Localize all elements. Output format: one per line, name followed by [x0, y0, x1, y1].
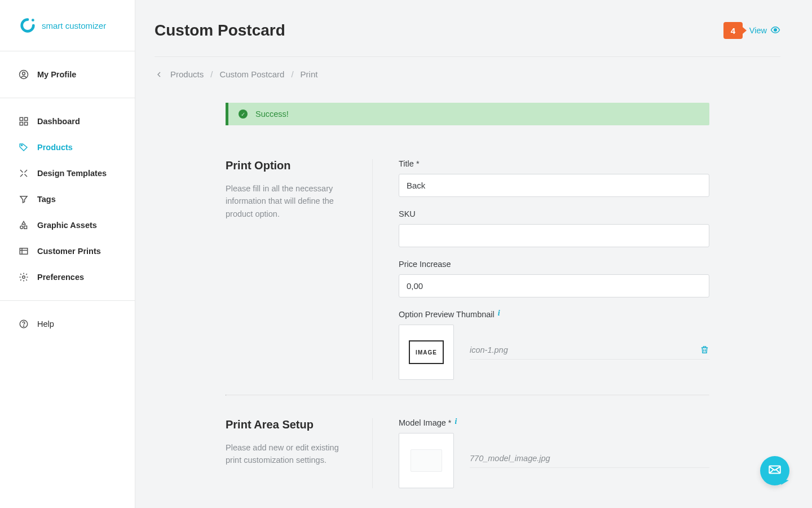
breadcrumb-separator: / [291, 69, 293, 79]
sidebar-item-label: Preferences [37, 273, 84, 282]
model-image-preview[interactable] [399, 433, 454, 488]
alert-success: ✓ Success! [226, 103, 709, 125]
sidebar-item-label: Tags [37, 195, 56, 204]
section-heading: Print Option [226, 159, 345, 172]
label-price: Price Increase [399, 260, 709, 269]
sidebar-item-products[interactable]: Products [0, 134, 135, 160]
brand-logo[interactable]: smart customizer [0, 0, 135, 51]
topbar: Custom Postcard 4 View [155, 21, 780, 40]
svg-point-0 [32, 19, 34, 21]
page-title: Custom Postcard [155, 21, 285, 40]
svg-point-14 [774, 28, 777, 31]
svg-rect-3 [20, 117, 23, 120]
title-input[interactable] [399, 174, 709, 197]
delete-thumbnail-button[interactable] [700, 345, 709, 354]
thumbnail-preview[interactable]: IMAGE [399, 325, 454, 380]
sidebar-item-tags[interactable]: Tags [0, 186, 135, 212]
svg-rect-5 [20, 122, 23, 125]
sidebar-item-dashboard[interactable]: Dashboard [0, 108, 135, 134]
filter-icon [18, 194, 29, 205]
svg-rect-6 [25, 122, 28, 125]
check-icon: ✓ [239, 110, 248, 119]
step-badge: 4 [723, 22, 743, 39]
sidebar: smart customizer My Profile Dashboa [0, 0, 135, 508]
mail-icon [767, 462, 782, 479]
label-sku: SKU [399, 209, 709, 218]
svg-rect-4 [25, 117, 28, 120]
chat-fab[interactable] [760, 456, 789, 485]
sidebar-item-graphic-assets[interactable]: Graphic Assets [0, 212, 135, 238]
sidebar-item-label: Help [37, 319, 54, 329]
image-placeholder-icon: IMAGE [409, 340, 444, 364]
breadcrumb-separator: / [210, 69, 213, 79]
help-icon [18, 318, 29, 330]
svg-point-7 [21, 145, 23, 146]
sidebar-item-label: Dashboard [37, 117, 80, 126]
sidebar-item-label: Graphic Assets [37, 221, 97, 230]
sidebar-item-label: Design Templates [37, 169, 107, 178]
svg-point-11 [23, 276, 25, 279]
view-button[interactable]: View [749, 25, 780, 37]
alert-text: Success! [255, 110, 289, 119]
user-icon [18, 69, 29, 80]
breadcrumb-back-icon[interactable] [155, 70, 164, 79]
prints-icon [18, 246, 29, 257]
content: ✓ Success! Print Option Please fill in a… [226, 103, 709, 503]
divider [155, 56, 780, 57]
sidebar-item-label: Customer Prints [37, 247, 101, 256]
brand-name: smart customizer [42, 21, 106, 30]
view-group: 4 View [723, 22, 780, 39]
label-thumb: Option Preview Thumbnail i [399, 310, 709, 319]
label-model-image: Model Image * i [399, 418, 709, 427]
section-heading: Print Area Setup [226, 418, 345, 431]
sidebar-item-profile[interactable]: My Profile [0, 62, 135, 87]
breadcrumb: Products / Custom Postcard / Print [155, 69, 780, 79]
model-image-filename: 770_model_image.jpg [470, 454, 550, 463]
price-input[interactable] [399, 274, 709, 297]
thumbnail-filename: icon-1.png [470, 345, 508, 354]
sku-input[interactable] [399, 224, 709, 247]
tools-icon [18, 168, 29, 179]
svg-rect-9 [24, 226, 27, 229]
sidebar-item-customer-prints[interactable]: Customer Prints [0, 238, 135, 264]
view-label: View [749, 26, 767, 35]
eye-icon [770, 25, 780, 37]
section-desc: Please add new or edit existing print cu… [226, 441, 345, 467]
label-title: Title * [399, 159, 709, 168]
main: Custom Postcard 4 View Products / [135, 0, 812, 508]
divider [226, 395, 709, 396]
svg-point-13 [23, 326, 24, 326]
svg-rect-10 [20, 248, 28, 255]
breadcrumb-item-product[interactable]: Custom Postcard [219, 69, 284, 79]
tag-icon [18, 142, 29, 153]
dashboard-icon [18, 116, 29, 127]
sidebar-item-design-templates[interactable]: Design Templates [0, 160, 135, 186]
shapes-icon [18, 220, 29, 231]
sidebar-item-help[interactable]: Help [0, 311, 135, 337]
form-block-print-option: Print Option Please fill in all the nece… [226, 159, 709, 395]
svg-point-8 [20, 226, 23, 229]
svg-point-2 [23, 72, 25, 75]
breadcrumb-item-current: Print [301, 69, 318, 79]
image-placeholder-icon [411, 449, 442, 472]
sidebar-item-label: My Profile [37, 70, 76, 79]
form-block-print-area: Print Area Setup Please add new or edit … [226, 418, 709, 503]
section-desc: Please fill in all the necessary informa… [226, 182, 345, 220]
gear-icon [18, 271, 29, 283]
sidebar-item-preferences[interactable]: Preferences [0, 264, 135, 290]
info-icon[interactable]: i [455, 417, 457, 426]
sidebar-item-label: Products [37, 143, 73, 152]
brand-mark-icon [19, 17, 36, 34]
info-icon[interactable]: i [498, 309, 500, 318]
breadcrumb-item-products[interactable]: Products [170, 69, 204, 79]
